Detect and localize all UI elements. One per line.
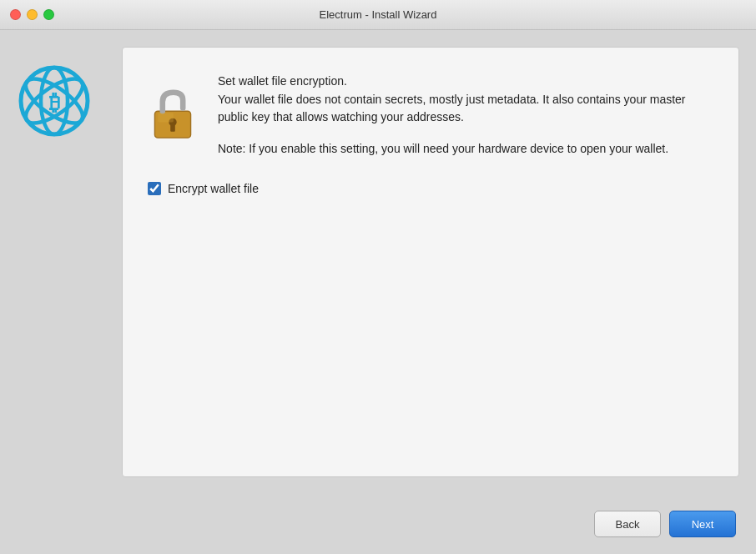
bottom-bar: Back Next [0, 494, 756, 554]
main-area: ₿ [0, 30, 756, 494]
window-controls[interactable] [10, 9, 54, 20]
svg-rect-7 [170, 123, 175, 131]
encrypt-checkbox-area[interactable]: Encrypt wallet file [148, 182, 713, 195]
encrypt-checkbox[interactable] [148, 182, 161, 195]
window-title: Electrum - Install Wizard [320, 8, 437, 21]
description-text: Set wallet file encryption. Your wallet … [218, 73, 713, 159]
note-text: Note: If you enable this setting, you wi… [218, 140, 713, 159]
title-bar: Electrum - Install Wizard [0, 0, 756, 30]
lock-icon [148, 89, 198, 139]
minimize-icon[interactable] [27, 9, 38, 20]
next-button[interactable]: Next [669, 511, 736, 537]
back-button[interactable]: Back [594, 511, 661, 537]
content-panel: Set wallet file encryption. Your wallet … [122, 47, 739, 477]
logo-area: ₿ [17, 47, 108, 477]
svg-rect-8 [158, 113, 174, 122]
encrypt-checkbox-label[interactable]: Encrypt wallet file [168, 182, 259, 195]
electrum-logo-icon: ₿ [17, 63, 92, 138]
close-icon[interactable] [10, 9, 21, 20]
maximize-icon[interactable] [43, 9, 54, 20]
content-top: Set wallet file encryption. Your wallet … [148, 73, 713, 159]
description-main: Set wallet file encryption. Your wallet … [218, 73, 713, 127]
svg-text:₿: ₿ [49, 90, 60, 115]
